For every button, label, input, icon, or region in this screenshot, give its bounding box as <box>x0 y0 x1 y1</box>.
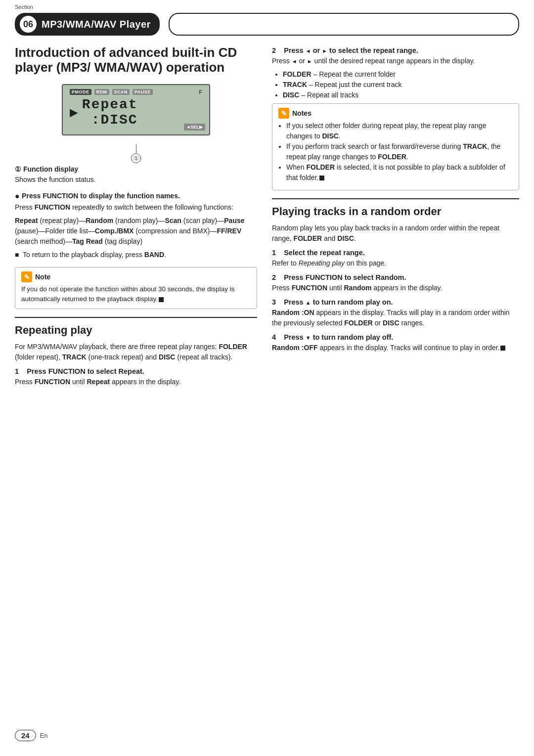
notes-header: ✎ Notes <box>278 108 513 119</box>
bullet-folder: FOLDER – Repeat the current folder <box>283 69 519 80</box>
note-1: If you select other folder during repeat… <box>286 121 513 141</box>
press-function-body2: Repeat (repeat play)—Random (random play… <box>15 216 257 247</box>
section-label: Section <box>15 4 33 10</box>
display-image-wrapper: PMODE RDM SCAN PAUSE F ▶ Repeat :DISC ◄S… <box>15 84 257 135</box>
connector-line <box>136 144 136 153</box>
note-header: ✎ Note <box>21 271 251 282</box>
badge-pause: PAUSE <box>133 89 153 95</box>
end-mark-2 <box>319 176 324 180</box>
rand-step4-heading: 4 Press to turn random play off. <box>272 333 519 341</box>
main-title: Introduction of advanced built-in CD pla… <box>15 45 257 75</box>
display-f-label: F <box>199 89 202 95</box>
rand-step4-body: Random :OFF appears in the display. Trac… <box>272 343 519 353</box>
note-2: If you perform track search or fast forw… <box>286 141 513 162</box>
note-icon: ✎ <box>21 271 32 282</box>
note-box: ✎ Note If you do not operate the functio… <box>15 267 257 309</box>
display-connector: ① <box>15 144 257 163</box>
press-function-heading: ● Press FUNCTION to display the function… <box>15 192 257 201</box>
bullet-disc: DISC – Repeat all tracks <box>283 90 519 100</box>
note-label: Note <box>35 273 50 281</box>
page-body: Introduction of advanced built-in CD pla… <box>0 41 534 390</box>
page-number: 24 <box>15 730 36 741</box>
circle-number-1: ① <box>131 153 141 163</box>
press-function-section: ● Press FUNCTION to display the function… <box>15 192 257 260</box>
badge-pmode: PMODE <box>70 89 91 95</box>
random-title: Playing tracks in a random order <box>272 205 519 218</box>
function-display-heading: ① ① Function display Function display <box>15 165 257 173</box>
display-top-row: PMODE RDM SCAN PAUSE F <box>70 89 202 95</box>
rand-step2-body: Press FUNCTION until Random appears in t… <box>272 283 519 293</box>
page-footer: 24 En <box>15 730 48 741</box>
repeating-play-title: Repeating play <box>15 324 257 337</box>
end-mark-3 <box>500 346 505 351</box>
right-section-divider <box>272 198 519 199</box>
section-badge: 06 MP3/WMA/WAV Player <box>15 13 160 36</box>
rand-step3-heading: 3 Press to turn random play on. <box>272 298 519 306</box>
rand-step3-body: Random :ON appears in the display. Track… <box>272 308 519 328</box>
left-column: Introduction of advanced built-in CD pla… <box>15 41 257 390</box>
page-header: Section 06 MP3/WMA/WAV Player <box>0 0 534 36</box>
rand-step1-heading: 1 Select the repeat range. <box>272 249 519 257</box>
rand-step2-heading: 2 Press FUNCTION to select Random. <box>272 273 519 281</box>
note-body: If you do not operate the function withi… <box>21 284 251 305</box>
bullet-track: TRACK – Repeat just the current track <box>283 80 519 90</box>
display-main-text: ▶ Repeat :DISC <box>70 97 202 128</box>
function-display-body: Shows the function status. <box>15 175 257 185</box>
rp-step2-heading: 2 Press or to select the repeat range. <box>272 46 519 54</box>
right-column: 2 Press or to select the repeat range. P… <box>272 41 519 390</box>
section-divider <box>15 317 257 318</box>
rp-step2-bullets: FOLDER – Repeat the current folder TRACK… <box>272 69 519 100</box>
language-indicator: En <box>40 732 48 739</box>
notes-list: If you select other folder during repeat… <box>278 121 513 183</box>
note-3: When FOLDER is selected, it is not possi… <box>286 162 513 183</box>
rp-step1-heading: 1 Press FUNCTION to select Repeat. <box>15 367 257 375</box>
display-text: Repeat :DISC <box>82 97 202 128</box>
badge-scan: SCAN <box>112 89 130 95</box>
end-mark <box>159 297 164 302</box>
section-title: MP3/WMA/WAV Player <box>42 19 151 30</box>
press-band-note: ■ To return to the playback display, pre… <box>15 250 257 260</box>
function-display-section: ① ① Function display Function display Sh… <box>15 165 257 185</box>
section-number: 06 <box>20 16 37 33</box>
circle-indicator: ① <box>15 165 23 173</box>
repeating-play-body: For MP3/WMA/WAV playback, there are thre… <box>15 342 257 362</box>
random-body: Random play lets you play back tracks in… <box>272 223 519 244</box>
rp-step1-body: Press FUNCTION until Repeat appears in t… <box>15 377 257 387</box>
notes-icon: ✎ <box>278 108 289 119</box>
notes-label: Notes <box>292 109 312 117</box>
press-function-body1: Press FUNCTION repeatedly to switch betw… <box>15 202 257 213</box>
display-sel-button: ◄SEL▶ <box>184 124 205 131</box>
rp-step2-body: Press ◄ or ► until the desired repeat ra… <box>272 56 519 66</box>
header-right-box <box>169 13 519 36</box>
display-box: PMODE RDM SCAN PAUSE F ▶ Repeat :DISC ◄S… <box>62 84 210 135</box>
badge-rdm: RDM <box>94 89 109 95</box>
notes-box: ✎ Notes If you select other folder durin… <box>272 103 519 190</box>
rand-step1-body: Refer to Repeating play on this page. <box>272 258 519 268</box>
display-play-icon: ▶ <box>70 104 79 121</box>
